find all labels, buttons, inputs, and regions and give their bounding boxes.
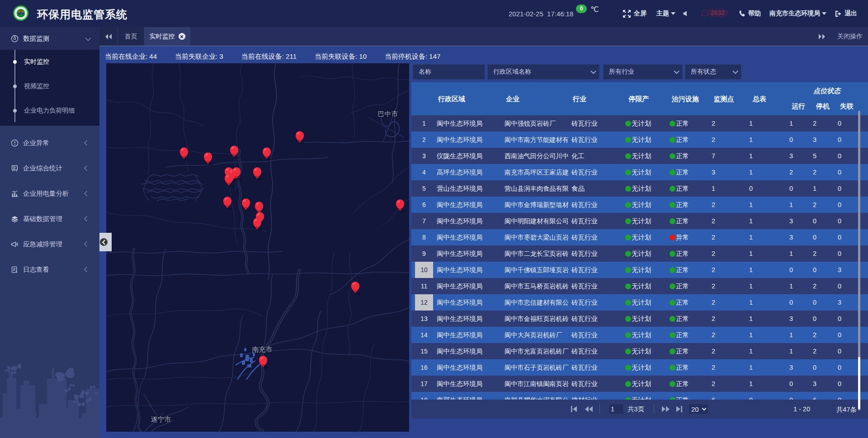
col-header-4[interactable]: 停限产 (629, 95, 649, 104)
table-row[interactable]: 6阆中生态环境局阆中市金博瑞新型墙材砖瓦行业无计划正常21120 (411, 197, 868, 213)
theme-dropdown[interactable]: 主题 (656, 0, 675, 27)
col-header-3[interactable]: 行业 (573, 95, 586, 104)
sidebar-item-power-analysis[interactable]: 企业用电量分析 (0, 181, 99, 206)
stop-limit-text: 无计划 (632, 168, 651, 177)
table-scrollbar[interactable] (858, 111, 860, 410)
cell-company: 阆中市金福旺页岩机砖 (502, 315, 569, 323)
map-pin-1[interactable] (179, 146, 189, 160)
tab-realtime-monitor[interactable]: 实时监控 (144, 27, 190, 46)
col-subheader-3[interactable]: 失联 (840, 102, 854, 111)
alarm-count-badge[interactable]: 2632 (708, 9, 728, 17)
tab-scroll-left-button[interactable] (99, 27, 118, 46)
map-pin-10[interactable] (252, 166, 262, 180)
table-row[interactable]: 12阆中生态环境局阆中市忠信建材有限公砖瓦行业无计划正常21003 (411, 294, 868, 311)
row-index: 8 (411, 234, 437, 241)
sidebar-item-base-data[interactable]: 基础数据管理 (0, 206, 99, 231)
col-subheader-1[interactable]: 运行 (792, 102, 805, 111)
table-row[interactable]: 16阆中生态环境局阆中市石子页岩机砖厂砖瓦行业无计划正常21300 (411, 359, 868, 376)
facility-text: 正常 (676, 363, 689, 372)
map-pin-5[interactable] (295, 130, 305, 144)
table-row[interactable]: 3仪陇生态环境局西南油气田分公司川中化工无计划正常71350 (411, 148, 868, 164)
sidebar-item-label: 数据监测 (23, 34, 49, 43)
table-row[interactable]: 1阆中生态环境局阆中强锐页岩砖厂砖瓦行业无计划正常21120 (411, 115, 868, 132)
last-page-icon[interactable] (676, 405, 683, 413)
map-pin-2[interactable] (203, 151, 213, 165)
sidebar-subitem-1[interactable]: 实时监控 (0, 50, 99, 74)
cell-region: 仪陇生态环境局 (437, 152, 502, 160)
map-pin-18[interactable] (258, 355, 268, 368)
cell-stop-limit: 无计划 (622, 380, 660, 388)
sidebar-collapse-button[interactable] (99, 233, 112, 251)
cell-halt-count: 0 (801, 266, 828, 273)
map-pin-9[interactable] (224, 173, 234, 187)
name-filter-input[interactable]: 名称 (413, 64, 485, 80)
cell-meter-count: 1 (736, 380, 769, 387)
sidebar-item-abnormal[interactable]: 企业异常 (0, 130, 99, 155)
cell-meter-count: 1 (736, 315, 769, 322)
cell-industry: 砖瓦行业 (569, 298, 622, 307)
cell-region: 阆中生态环境局 (437, 250, 502, 258)
page-size-select[interactable]: 20 (689, 404, 708, 414)
map-pin-3[interactable] (229, 145, 239, 158)
page-number-input[interactable]: 1 (609, 404, 624, 414)
col-header-7[interactable]: 总表 (753, 95, 766, 104)
sidebar-item-stats[interactable]: 企业综合统计 (0, 155, 99, 181)
logout-button[interactable]: 退出 (835, 0, 857, 27)
cell-lost-count: 0 (828, 120, 868, 127)
col-subheader-2[interactable]: 停机 (816, 102, 830, 111)
table-row[interactable]: 17阆中生态环境局阆中市江南镇阆南页岩砖瓦行业无计划正常21030 (411, 376, 868, 392)
scrollbar-thumb[interactable] (858, 357, 860, 409)
org-dropdown[interactable]: 南充市生态环境局 (769, 0, 826, 27)
sidebar-subitem-3[interactable]: 企业电力负荷明细 (0, 99, 99, 123)
map[interactable]: 巴中市南充市遂宁市 (106, 63, 409, 432)
close-operations-dropdown[interactable]: 关闭操作 (837, 27, 868, 46)
help-button[interactable]: 帮助 (738, 0, 761, 27)
status-dot-green (670, 300, 675, 306)
table-row[interactable]: 9阆中生态环境局阆中市二龙长宝页岩砖砖瓦行业无计划正常21120 (411, 245, 868, 262)
col-header-5[interactable]: 治污设施 (672, 95, 699, 104)
map-pin-15[interactable] (252, 217, 262, 231)
tab-scroll-right-button[interactable] (816, 27, 828, 46)
map-pin-17[interactable] (350, 281, 360, 294)
table-row[interactable]: 4高坪生态环境局南充市高坪区王家店建砖瓦行业无计划正常31220 (411, 164, 868, 180)
map-pin-12[interactable] (241, 198, 251, 211)
table-row[interactable]: 18南部生态环境局南部县耀华水泥有限公建材行业无计划正常60060 (411, 392, 868, 400)
status-dot-green (625, 251, 631, 257)
cell-company: 阆中市江南镇阆南页岩 (502, 380, 569, 388)
tab-close-icon[interactable] (179, 33, 185, 40)
col-header-2[interactable]: 企业 (506, 95, 519, 104)
table-row[interactable]: 13阆中生态环境局阆中市金福旺页岩机砖砖瓦行业无计划正常21300 (411, 311, 868, 327)
sidebar-item-emergency[interactable]: 应急减排管理 (0, 231, 99, 257)
first-page-icon[interactable] (571, 405, 577, 413)
sidebar-item-data-monitor[interactable]: 数据监测 (0, 27, 99, 50)
status-filter-select[interactable]: 所有状态 (685, 64, 741, 80)
col-header-6[interactable]: 监测点 (714, 95, 734, 104)
mute-button[interactable] (683, 0, 689, 27)
map-pin-16[interactable] (395, 198, 405, 212)
pager-divider (599, 404, 600, 414)
industry-filter-select[interactable]: 所有行业 (603, 64, 683, 80)
sidebar-subitem-2[interactable]: 视频监控 (0, 74, 99, 99)
cell-industry: 砖瓦行业 (569, 168, 622, 177)
sidebar-item-logs[interactable]: 日志查看 (0, 257, 99, 282)
tab-home[interactable]: 首页 (118, 27, 144, 46)
map-pin-4[interactable] (262, 146, 272, 160)
table-row[interactable]: 5营山生态环境局营山县润丰肉食品有限食品无计划正常10010 (411, 180, 868, 197)
table-row[interactable]: 14阆中生态环境局阆中大兴页岩机砖厂砖瓦行业无计划正常21120 (411, 327, 868, 343)
map-pin-11[interactable] (222, 196, 232, 209)
table-row[interactable]: 8阆中生态环境局阆中市枣碧大梁山页岩砖瓦行业无计划异常21300 (411, 229, 868, 245)
status-dot-green (625, 153, 631, 159)
prev-page-icon[interactable] (585, 405, 593, 413)
total-count-label: 共47条 (836, 405, 857, 414)
table-row[interactable]: 2阆中生态环境局阆中市南方节能建材有砖瓦行业无计划正常21030 (411, 132, 868, 148)
table-row[interactable]: 7阆中生态环境局阆中明阳建材有限公司砖瓦行业无计划正常21300 (411, 213, 868, 229)
fullscreen-button[interactable]: 全屏 (623, 0, 646, 27)
table-row[interactable]: 15阆中生态环境局阆中市光富页岩机砖厂砖瓦行业无计划正常21120 (411, 343, 868, 359)
table-row[interactable]: 10阆中生态环境局阆中千佛镇五郎垭页岩砖瓦行业无计划正常21003 (411, 262, 868, 278)
col-header-1[interactable]: 行政区域 (438, 95, 465, 104)
cell-stop-limit: 无计划 (622, 184, 660, 193)
next-page-icon[interactable] (661, 405, 670, 413)
region-filter-select[interactable]: 行政区域名称 (487, 64, 599, 80)
table-row[interactable]: 11阆中生态环境局阆中市五马桥页岩机砖砖瓦行业无计划正常21120 (411, 278, 868, 294)
cell-lost-count: 0 (828, 217, 868, 225)
